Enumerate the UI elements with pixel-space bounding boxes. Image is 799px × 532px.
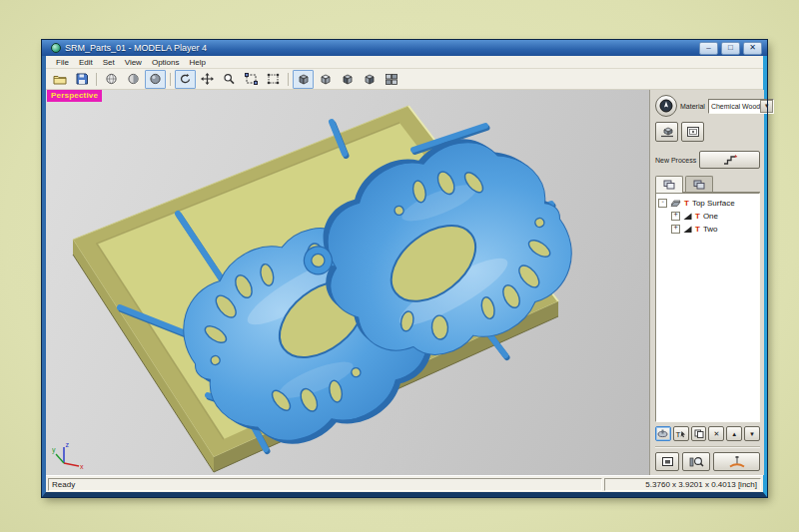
view-side-button[interactable] — [359, 70, 380, 89]
app-window: SRM_Parts_01 - MODELA Player 4 – □ ✕ Fil… — [42, 40, 767, 497]
tab-process-detail[interactable] — [685, 176, 713, 192]
axis-triad: z x y — [52, 439, 86, 471]
milling-bit-icon — [727, 455, 747, 468]
move-down-button[interactable]: ▼ — [744, 426, 760, 441]
multi-view-button[interactable] — [381, 70, 401, 89]
menu-edit[interactable]: Edit — [75, 57, 97, 68]
move-up-button[interactable]: ▲ — [726, 426, 742, 441]
cascade-detail-icon — [693, 180, 705, 190]
cube-top-icon — [319, 73, 333, 86]
panel-separator — [655, 446, 760, 448]
3d-viewport[interactable]: Perspective — [46, 90, 650, 475]
statusbar: Ready 5.3760 x 3.9201 x 0.4013 [inch] — [46, 475, 763, 492]
preview-image-button[interactable] — [681, 122, 704, 142]
start-cutting-button[interactable] — [713, 452, 760, 471]
rotate-icon — [179, 73, 192, 85]
toolbar — [46, 69, 763, 90]
zoom-view-button[interactable] — [219, 70, 240, 89]
close-button[interactable]: ✕ — [743, 42, 762, 55]
globe-wireframe-icon — [105, 73, 118, 85]
minimize-button[interactable]: – — [699, 42, 718, 55]
log-button[interactable] — [655, 452, 679, 471]
zoom-box-icon — [267, 73, 280, 85]
output-buttons — [655, 452, 760, 471]
tree-item-top-surface[interactable]: - T Top Surface — [658, 197, 757, 210]
menu-options[interactable]: Options — [148, 57, 184, 68]
floppy-disk-icon — [75, 73, 89, 85]
menu-help[interactable]: Help — [185, 57, 209, 68]
roughing-wedge-icon — [683, 225, 692, 234]
tree-item-two[interactable]: + T Two — [658, 223, 757, 236]
globe-halftone-icon — [127, 73, 140, 85]
toolbar-separator — [288, 73, 289, 86]
process-edit-buttons: T ✕ ▲ ▼ — [655, 426, 760, 441]
process-tree[interactable]: - T Top Surface + T One + T Two — [655, 193, 760, 422]
3d-scene[interactable] — [46, 90, 649, 475]
status-message: Ready — [48, 478, 602, 491]
menu-set[interactable]: Set — [99, 57, 119, 68]
cube-side-icon — [363, 73, 377, 86]
collapse-box-icon[interactable]: - — [658, 199, 667, 208]
compass-icon — [659, 99, 673, 113]
cube-iso-icon — [297, 73, 311, 86]
roughing-wedge-icon — [683, 212, 692, 221]
surface-sheet-icon — [670, 199, 681, 208]
tree-label: One — [703, 212, 718, 221]
preview-magnifier-icon — [689, 456, 704, 468]
chevron-down-icon[interactable]: ▼ — [760, 100, 773, 113]
axis-z-label: z — [66, 441, 70, 448]
tab-process-list[interactable] — [655, 176, 683, 193]
material-label: Material — [680, 103, 705, 110]
material-dropdown[interactable]: Chemical Wood ▼ — [708, 99, 774, 114]
material-value: Chemical Wood — [709, 103, 760, 110]
view-front-button[interactable] — [337, 70, 358, 89]
tool-t-icon: T — [695, 225, 700, 234]
titlebar[interactable]: SRM_Parts_01 - MODELA Player 4 – □ ✕ — [42, 40, 767, 56]
view-top-button[interactable] — [315, 70, 336, 89]
image-frame-icon — [686, 126, 700, 138]
new-process-button[interactable] — [699, 151, 760, 169]
axis-x-label: x — [80, 463, 84, 470]
model-settings-button[interactable] — [655, 122, 678, 142]
four-views-grid-icon — [385, 73, 399, 86]
delete-process-button[interactable]: ✕ — [708, 426, 724, 441]
maximize-button[interactable]: □ — [721, 42, 740, 55]
tree-label: Two — [703, 225, 718, 234]
cascade-list-icon — [663, 180, 675, 190]
open-folder-icon — [53, 73, 67, 85]
zoom-box-button[interactable] — [263, 70, 284, 89]
toolbar-separator — [170, 73, 171, 86]
halftone-view-button[interactable] — [123, 70, 144, 89]
rotate-view-button[interactable] — [175, 70, 196, 89]
view-mode-badge: Perspective — [47, 90, 102, 102]
expand-box-icon[interactable]: + — [671, 225, 680, 234]
process-tabs — [655, 176, 760, 193]
save-button[interactable] — [71, 70, 92, 89]
menu-view[interactable]: View — [121, 57, 146, 68]
menu-file[interactable]: File — [52, 57, 73, 68]
open-file-button[interactable] — [49, 70, 70, 89]
wireframe-view-button[interactable] — [101, 70, 122, 89]
cutter-tool-icon — [657, 429, 668, 438]
tree-item-one[interactable]: + T One — [658, 210, 757, 223]
view-isometric-button[interactable] — [293, 70, 314, 89]
app-icon — [51, 43, 61, 53]
globe-shaded-icon — [149, 73, 162, 85]
expand-box-icon[interactable]: + — [671, 212, 680, 221]
fit-to-screen-button[interactable] — [241, 70, 262, 89]
magnifier-icon — [223, 73, 236, 85]
edit-process-button[interactable] — [655, 426, 671, 441]
tool-t-icon: T — [684, 199, 689, 208]
pan-view-button[interactable] — [197, 70, 218, 89]
add-tool-button[interactable]: T — [673, 426, 689, 441]
copy-icon — [694, 429, 704, 438]
tree-label: Top Surface — [692, 199, 735, 208]
move-arrows-icon — [201, 73, 214, 85]
shaded-view-button[interactable] — [145, 70, 166, 89]
window-title: SRM_Parts_01 - MODELA Player 4 — [65, 43, 207, 53]
preview-cutting-button[interactable] — [682, 452, 710, 471]
model-rotate-setup-button[interactable] — [655, 95, 677, 117]
menubar: File Edit Set View Options Help — [46, 56, 763, 69]
copy-process-button[interactable] — [691, 426, 707, 441]
axis-y-label: y — [52, 446, 56, 454]
